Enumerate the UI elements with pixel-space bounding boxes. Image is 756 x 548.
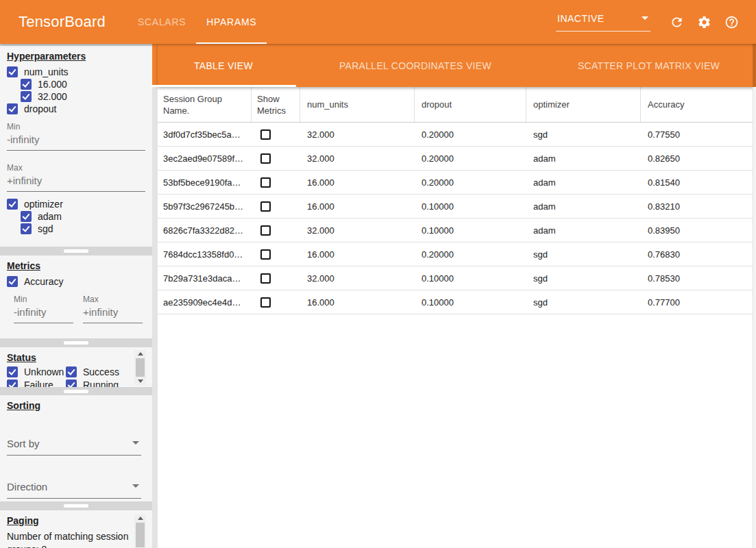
hparam-num-units[interactable]: num_units — [7, 66, 152, 78]
scroll-up-icon[interactable] — [134, 350, 146, 358]
show-metrics-checkbox[interactable] — [260, 129, 271, 140]
resize-handle[interactable] — [64, 504, 88, 508]
metric-min-input[interactable] — [14, 304, 73, 323]
tab-hparams[interactable]: HPARAMS — [196, 0, 267, 44]
dropout-max-input[interactable] — [7, 173, 145, 192]
sort-by-placeholder: Sort by — [7, 438, 40, 449]
min-label: Min — [7, 122, 145, 132]
column-header-session-group-name[interactable]: Session Group Name. — [158, 87, 252, 122]
chevron-down-icon — [132, 441, 139, 445]
dropout-cell: 0.20000 — [415, 249, 526, 260]
metric-accuracy-label: Accuracy — [24, 276, 64, 287]
show-metrics-checkbox[interactable] — [260, 153, 271, 164]
checkbox-checked-icon[interactable] — [7, 66, 18, 77]
tab-scalars-label: SCALARS — [138, 16, 186, 27]
status-scrollbar[interactable] — [134, 350, 146, 385]
dropout-min-input[interactable] — [7, 132, 145, 151]
run-status-select[interactable]: INACTIVE — [556, 13, 650, 32]
main-scrollbar-top — [753, 44, 756, 87]
checkbox-checked-icon[interactable] — [21, 211, 32, 222]
checkbox-checked-icon[interactable] — [7, 103, 18, 114]
status-row: Unknown Success — [0, 366, 152, 378]
show-metrics-cell — [252, 177, 300, 188]
tab-scalars[interactable]: SCALARS — [127, 0, 196, 44]
session-group-name: ae235909ec4e4d… — [158, 297, 252, 308]
max-label: Max — [7, 163, 145, 173]
session-group-name: 5b97f3c2967245b… — [158, 201, 252, 212]
sidebar: Hyperparameters num_units 16.000 32.000 … — [0, 44, 152, 548]
tab-hparams-label: HPARAMS — [206, 16, 256, 27]
sidebar-gutter — [152, 44, 158, 548]
num-units-cell: 32.000 — [300, 225, 415, 236]
scrollbar-thumb[interactable] — [136, 523, 145, 547]
resize-handle[interactable] — [64, 249, 88, 253]
column-header-accuracy[interactable]: Accuracy — [641, 87, 756, 122]
checkbox-checked-icon[interactable] — [21, 79, 32, 90]
hparam-optimizer-adam[interactable]: adam — [21, 210, 152, 223]
direction-select[interactable]: Direction — [7, 480, 141, 499]
scroll-up-icon[interactable] — [134, 514, 146, 522]
paging-scrollbar[interactable] — [134, 514, 146, 548]
refresh-button[interactable] — [668, 14, 685, 30]
column-header-optimizer[interactable]: optimizer — [526, 87, 641, 122]
status-running[interactable]: Running — [66, 379, 119, 387]
column-header-num-units[interactable]: num_units — [300, 87, 415, 122]
num-units-cell: 32.000 — [300, 153, 415, 164]
column-header-show-metrics[interactable]: Show Metrics — [252, 87, 300, 122]
show-metrics-cell — [252, 201, 300, 212]
table-row: 3df0d7cf35bec5a… 32.000 0.20000 sgd 0.77… — [158, 123, 756, 147]
status-success[interactable]: Success — [66, 366, 119, 378]
sort-by-select[interactable]: Sort by — [7, 436, 141, 456]
show-metrics-checkbox[interactable] — [260, 225, 271, 236]
hparam-num-units-32[interactable]: 32.000 — [21, 90, 152, 103]
checkbox-checked-icon[interactable] — [7, 366, 18, 377]
tab-parallel-coordinates-view[interactable]: PARALLEL COORDINATES VIEW — [296, 44, 535, 87]
sorting-panel: Sorting Sort by Direction — [0, 395, 152, 501]
dropout-cell: 0.10000 — [415, 225, 526, 236]
hparam-dropout[interactable]: dropout — [7, 103, 152, 115]
show-metrics-checkbox[interactable] — [260, 249, 271, 260]
help-button[interactable] — [723, 14, 740, 30]
table-row: 5b97f3c2967245b… 16.000 0.10000 adam 0.8… — [158, 195, 756, 219]
hparam-num-units-16[interactable]: 16.000 — [21, 78, 152, 90]
hparam-optimizer[interactable]: optimizer — [7, 198, 152, 210]
tab-scatter-plot-matrix-view[interactable]: SCATTER PLOT MATRIX VIEW — [535, 44, 756, 87]
num-units-cell: 16.000 — [300, 201, 415, 212]
tab-table-view[interactable]: TABLE VIEW — [151, 44, 296, 87]
hparam-value-label: sgd — [38, 223, 53, 234]
checkbox-checked-icon[interactable] — [7, 379, 18, 387]
optimizer-cell: adam — [526, 153, 641, 164]
resize-handle[interactable] — [64, 390, 88, 393]
show-metrics-checkbox[interactable] — [260, 177, 271, 188]
status-label: Running — [83, 379, 119, 387]
column-header-dropout[interactable]: dropout — [415, 87, 526, 122]
checkbox-checked-icon[interactable] — [66, 379, 77, 387]
show-metrics-checkbox[interactable] — [260, 297, 271, 308]
direction-placeholder: Direction — [7, 481, 47, 493]
hparam-optimizer-sgd[interactable]: sgd — [21, 223, 152, 235]
status-unknown[interactable]: Unknown — [7, 366, 66, 378]
resize-handle[interactable] — [64, 341, 88, 345]
show-metrics-checkbox[interactable] — [260, 273, 271, 284]
scroll-down-icon[interactable] — [134, 377, 146, 385]
show-metrics-checkbox[interactable] — [260, 201, 271, 212]
panel-divider — [0, 247, 152, 256]
tab-parallel-coordinates-label: PARALLEL COORDINATES VIEW — [339, 60, 491, 71]
hparam-num-units-label: num_units — [24, 66, 69, 77]
checkbox-checked-icon[interactable] — [21, 223, 32, 234]
checkbox-checked-icon[interactable] — [66, 366, 77, 377]
accuracy-cell: 0.77550 — [641, 129, 756, 140]
metric-accuracy[interactable]: Accuracy — [7, 275, 152, 288]
run-status-value: INACTIVE — [557, 13, 605, 24]
checkbox-checked-icon[interactable] — [7, 276, 18, 287]
status-failure[interactable]: Failure — [7, 379, 66, 387]
metric-max-input[interactable] — [83, 304, 143, 323]
settings-button[interactable] — [696, 14, 712, 30]
table-row: 6826c7fa3322d82… 32.000 0.10000 adam 0.8… — [158, 219, 756, 242]
dropout-cell: 0.10000 — [415, 273, 526, 284]
main-scrollbar-track[interactable] — [753, 87, 756, 548]
hparam-optimizer-label: optimizer — [24, 199, 63, 210]
checkbox-checked-icon[interactable] — [7, 199, 18, 210]
scrollbar-thumb[interactable] — [136, 358, 145, 377]
checkbox-checked-icon[interactable] — [21, 91, 32, 102]
